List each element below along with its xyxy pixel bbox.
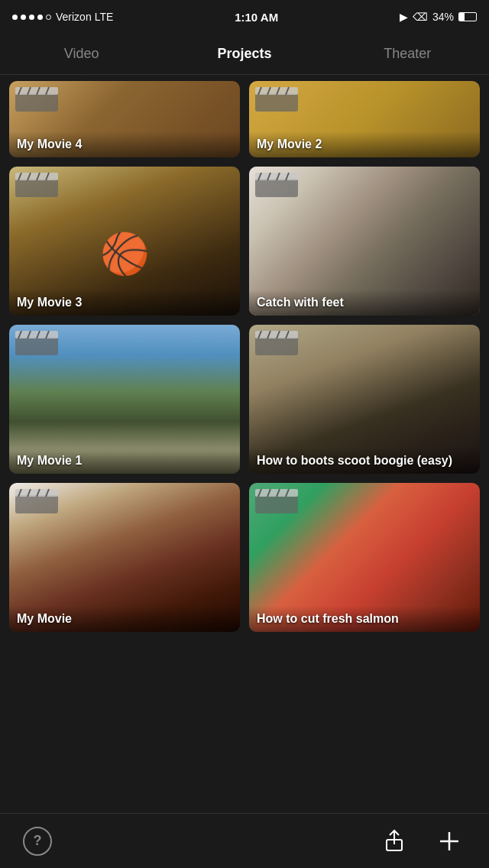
clapper-icon [254, 171, 300, 199]
tab-theater-label: Theater [384, 46, 431, 61]
movie-card-movie2[interactable]: My Movie 2 [249, 81, 480, 157]
help-button[interactable]: ? [23, 827, 52, 856]
movie-card-catch[interactable]: Catch with feet [249, 167, 480, 316]
svg-rect-36 [15, 495, 58, 513]
help-label: ? [34, 833, 42, 849]
movie-title-movie2: My Movie 2 [249, 131, 480, 157]
clapper-icon [14, 86, 60, 113]
tab-video-label: Video [64, 46, 99, 61]
clapper-icon [254, 487, 300, 515]
dot-2 [21, 15, 26, 20]
movie-title-movie1: My Movie 1 [9, 448, 240, 474]
clapper-icon [14, 487, 60, 515]
battery-body [458, 12, 477, 21]
movie-title-boots: How to boots scoot boogie (easy) [249, 448, 480, 474]
bottom-toolbar: ? [0, 813, 489, 868]
svg-rect-0 [15, 93, 58, 112]
dot-5 [46, 15, 51, 20]
battery-fill [459, 13, 465, 21]
status-time: 1:10 AM [235, 11, 278, 24]
movie-card-movie4[interactable]: My Movie 4 [9, 81, 240, 157]
svg-rect-30 [255, 337, 298, 355]
dot-4 [37, 15, 43, 20]
dot-3 [29, 15, 34, 20]
svg-rect-42 [255, 495, 298, 513]
network-label: LTE [95, 11, 114, 23]
movie-scroll-area[interactable]: My Movie 4 My Movie 2 🏀 [0, 75, 489, 813]
signal-dots [12, 15, 51, 20]
nav-tabs: Video Projects Theater [0, 34, 489, 75]
movie-card-boots[interactable]: How to boots scoot boogie (easy) [249, 325, 480, 474]
movie-card-movie3[interactable]: 🏀 My Movie 3 [9, 167, 240, 316]
clapper-icon [254, 86, 300, 113]
status-left: Verizon LTE [12, 11, 113, 23]
svg-rect-24 [15, 337, 58, 355]
location-icon: ▶ [400, 11, 408, 23]
clapper-icon [14, 171, 60, 199]
movie-card-movie1[interactable]: My Movie 1 [9, 325, 240, 474]
tab-theater[interactable]: Theater [326, 40, 489, 68]
tab-video[interactable]: Video [0, 40, 163, 68]
movie-title-movie4: My Movie 4 [9, 131, 240, 157]
clapper-icon [254, 329, 300, 357]
share-button[interactable] [377, 824, 411, 858]
bluetooth-icon: ⌫ [413, 11, 428, 23]
clapper-icon [14, 329, 60, 357]
movie-title-catch: Catch with feet [249, 290, 480, 316]
movie-card-mymovie[interactable]: My Movie [9, 483, 240, 632]
status-bar: Verizon LTE 1:10 AM ▶ ⌫ 34% [0, 0, 489, 34]
add-icon [437, 829, 461, 853]
movie-grid: My Movie 4 My Movie 2 🏀 [9, 81, 480, 632]
movie-title-salmon: How to cut fresh salmon [249, 606, 480, 632]
share-icon [382, 829, 406, 853]
svg-rect-18 [255, 179, 298, 197]
dot-1 [12, 15, 18, 20]
carrier-label: Verizon [56, 11, 92, 23]
movie-title-movie3: My Movie 3 [9, 290, 240, 316]
toolbar-right [377, 824, 466, 858]
tab-projects[interactable]: Projects [163, 40, 325, 68]
battery-percent: 34% [432, 11, 454, 23]
svg-rect-12 [15, 179, 58, 197]
status-right: ▶ ⌫ 34% [400, 11, 477, 23]
tab-projects-label: Projects [217, 46, 271, 61]
add-button[interactable] [432, 824, 466, 858]
svg-rect-6 [255, 93, 298, 112]
movie-card-salmon[interactable]: How to cut fresh salmon [249, 483, 480, 632]
battery-icon [458, 12, 477, 21]
movie-title-mymovie: My Movie [9, 606, 240, 632]
